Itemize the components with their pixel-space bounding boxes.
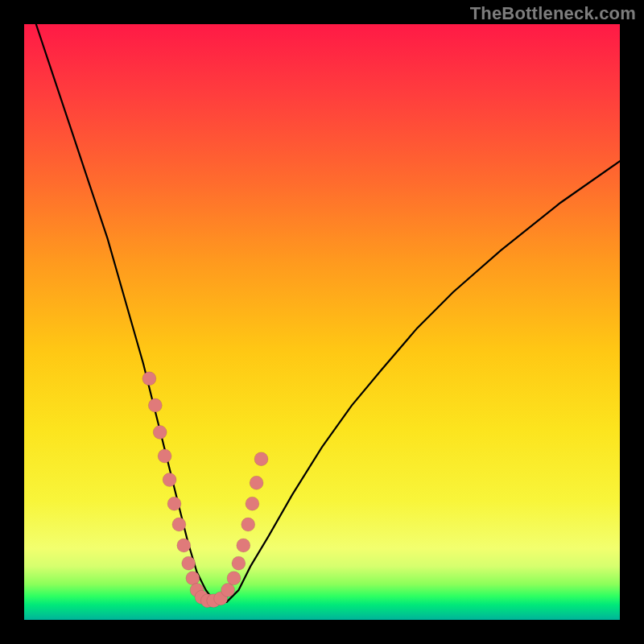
data-point: [153, 425, 167, 439]
data-point: [254, 452, 268, 466]
data-point: [221, 584, 235, 597]
data-point: [167, 497, 181, 510]
data-point: [232, 556, 246, 570]
chart-frame: TheBottleneck.com: [0, 0, 644, 644]
data-point: [177, 539, 191, 552]
data-point: [158, 449, 171, 463]
data-point: [172, 518, 186, 531]
data-point: [142, 372, 156, 386]
data-point: [246, 497, 259, 510]
marker-group: [142, 372, 268, 608]
data-point: [250, 476, 263, 489]
data-point: [182, 556, 196, 570]
data-point: [242, 518, 255, 531]
bottleneck-curve: [36, 24, 620, 602]
curve-layer: [24, 24, 620, 620]
watermark-text: TheBottleneck.com: [470, 3, 636, 24]
data-point: [227, 572, 241, 585]
data-point: [148, 398, 162, 412]
data-point: [163, 473, 176, 487]
data-point: [237, 539, 250, 552]
plot-area: [24, 24, 620, 620]
